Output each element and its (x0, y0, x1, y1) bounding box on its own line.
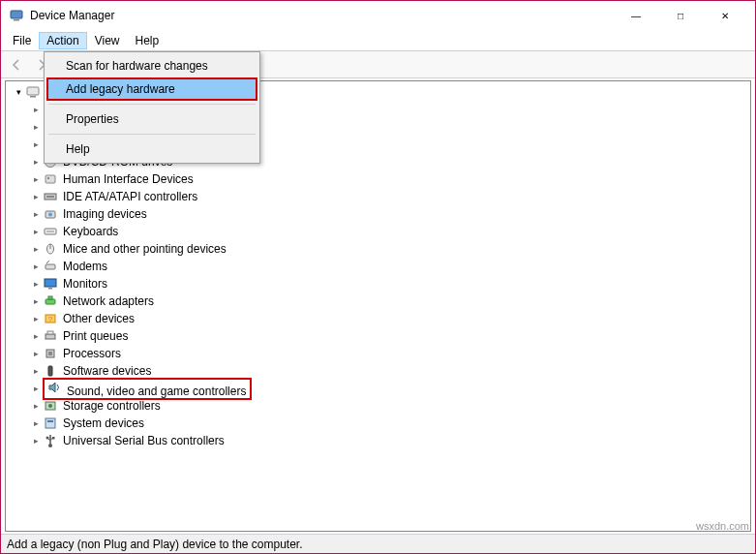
expand-icon[interactable] (29, 242, 43, 256)
modem-icon (43, 259, 58, 274)
tree-item-label: Processors (61, 346, 123, 361)
tree-item-ide[interactable]: IDE ATA/ATAPI controllers (12, 188, 748, 205)
menu-separator (48, 104, 256, 105)
svg-rect-31 (47, 331, 53, 334)
hid-icon (43, 171, 58, 187)
tree-item-label: Mice and other pointing devices (61, 241, 228, 257)
ide-icon (43, 189, 58, 204)
expand-icon[interactable] (29, 207, 43, 221)
tree-item-label: Imaging devices (61, 206, 149, 222)
close-button[interactable]: ✕ (703, 1, 747, 30)
tree-item-label: Storage controllers (61, 398, 163, 414)
svg-rect-22 (45, 264, 55, 269)
tree-item-system[interactable]: System devices (12, 415, 748, 432)
tree-item-keyboard[interactable]: Keyboards (12, 223, 748, 240)
window-controls: — □ ✕ (614, 1, 747, 30)
expand-icon[interactable] (29, 347, 43, 360)
tree-item-printer[interactable]: Print queues (12, 327, 748, 345)
expand-icon[interactable] (29, 190, 43, 203)
mouse-icon (43, 241, 58, 257)
tree-item-label: Keyboards (61, 224, 120, 239)
back-button[interactable] (5, 54, 28, 76)
svg-rect-13 (47, 177, 49, 179)
tree-item-label: Monitors (61, 276, 109, 292)
tree-item-imaging[interactable]: Imaging devices (12, 205, 748, 223)
svg-rect-0 (11, 11, 22, 18)
expand-icon[interactable] (29, 329, 43, 343)
highlight-sound: Sound, video and game controllers (43, 378, 252, 400)
tree-item-modem[interactable]: Modems (12, 258, 748, 275)
expand-icon[interactable] (29, 138, 43, 151)
expand-icon[interactable] (29, 312, 43, 325)
menu-view[interactable]: View (87, 32, 128, 49)
svg-rect-34 (48, 366, 52, 376)
menu-scan-hardware[interactable]: Scan for hardware changes (46, 54, 257, 77)
expand-icon[interactable] (29, 277, 43, 291)
action-dropdown: Scan for hardware changes Add legacy har… (44, 51, 260, 164)
svg-line-23 (46, 261, 49, 263)
svg-rect-3 (30, 96, 36, 98)
menu-properties[interactable]: Properties (46, 108, 257, 131)
tree-item-usb[interactable]: Universal Serial Bus controllers (12, 432, 748, 449)
expand-icon[interactable] (29, 103, 43, 116)
statusbar: Add a legacy (non Plug and Play) device … (1, 534, 755, 553)
svg-rect-26 (45, 299, 55, 304)
tree-item-cpu[interactable]: Processors (12, 345, 748, 362)
expand-icon[interactable] (29, 399, 43, 413)
storage-icon (43, 398, 58, 414)
tree-item-network[interactable]: Network adapters (12, 292, 748, 310)
computer-root-icon (25, 84, 41, 100)
tree-item-other[interactable]: ?Other devices (12, 310, 748, 327)
tree-item-hid[interactable]: Human Interface Devices (12, 170, 748, 188)
expand-icon[interactable] (29, 364, 43, 378)
svg-point-36 (48, 404, 52, 408)
expand-icon[interactable] (29, 416, 43, 430)
expand-icon[interactable] (29, 172, 43, 186)
menu-add-legacy-hardware[interactable]: Add legacy hardware (46, 77, 257, 101)
minimize-button[interactable]: — (614, 1, 658, 30)
svg-rect-12 (45, 175, 55, 183)
tree-item-monitor[interactable]: Monitors (12, 275, 748, 292)
other-icon: ? (43, 311, 58, 326)
menu-file[interactable]: File (5, 32, 39, 49)
expand-icon[interactable] (29, 260, 43, 273)
tree-item-sound[interactable]: Sound, video and game controllers (12, 380, 748, 397)
menu-help[interactable]: Help (128, 32, 167, 49)
expand-icon[interactable] (29, 294, 43, 308)
titlebar: Device Manager — □ ✕ (1, 1, 755, 30)
svg-point-39 (48, 444, 52, 447)
keyboard-icon (43, 224, 58, 239)
expand-icon[interactable] (29, 120, 43, 134)
svg-text:?: ? (48, 315, 53, 323)
tree-item-label: IDE ATA/ATAPI controllers (61, 189, 199, 204)
expand-icon[interactable] (12, 85, 25, 99)
svg-rect-24 (45, 279, 56, 287)
network-icon (43, 293, 58, 309)
app-icon (9, 8, 24, 23)
svg-rect-37 (45, 418, 55, 428)
svg-rect-27 (48, 296, 52, 299)
svg-rect-2 (27, 87, 39, 95)
tree-item-label: Human Interface Devices (61, 171, 196, 187)
expand-icon[interactable] (29, 434, 43, 447)
tree-item-mouse[interactable]: Mice and other pointing devices (12, 240, 748, 258)
tree-item-storage[interactable]: Storage controllers (12, 397, 748, 415)
menu-separator (48, 134, 256, 135)
menu-action[interactable]: Action (39, 32, 86, 49)
tree-item-label: Print queues (61, 328, 130, 344)
svg-rect-19 (46, 231, 54, 232)
svg-rect-38 (47, 420, 53, 422)
svg-rect-25 (48, 288, 52, 290)
status-text: Add a legacy (non Plug and Play) device … (7, 538, 303, 551)
menubar: File Action View Help (1, 30, 755, 51)
sound-icon (46, 380, 62, 395)
tree-item-label: Network adapters (61, 293, 156, 309)
expand-icon[interactable] (29, 225, 43, 238)
maximize-button[interactable]: □ (658, 1, 703, 30)
expand-icon[interactable] (29, 382, 43, 395)
tree-item-label: Sound, video and game controllers (65, 384, 248, 399)
svg-rect-33 (48, 352, 52, 355)
window-title: Device Manager (30, 9, 614, 22)
expand-icon[interactable] (29, 155, 43, 169)
menu-help[interactable]: Help (46, 138, 257, 161)
